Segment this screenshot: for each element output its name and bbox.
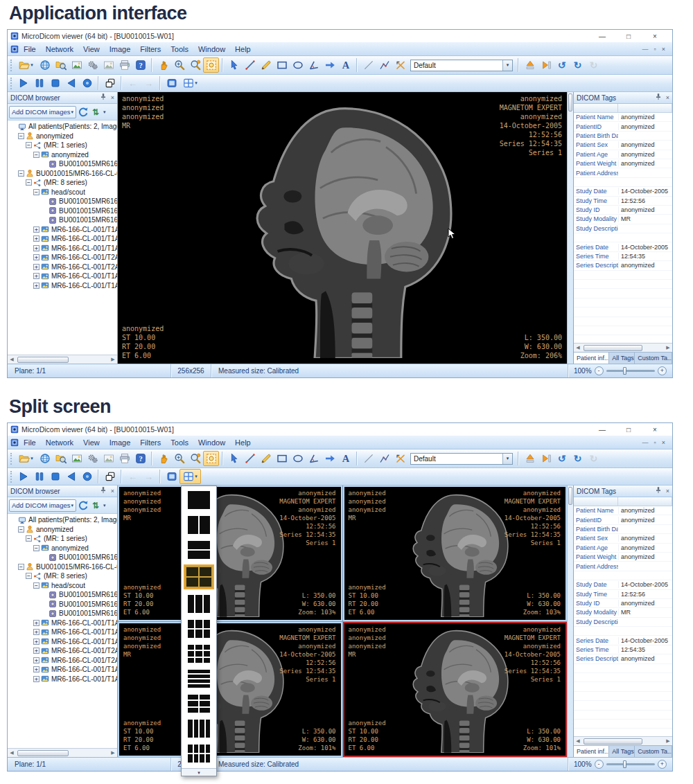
window-minimize-button[interactable]: — [597,426,607,434]
tree-item[interactable]: BU0010015MR6166-166- [8,197,117,206]
scrollbar-thumb[interactable] [584,738,642,745]
stop-button[interactable] [47,469,63,484]
browser-toolbar-overflow-icon[interactable]: ▾ [103,109,106,115]
menu-file[interactable]: File [19,44,41,55]
add-dicom-images-button[interactable]: Add DICOM images▾ [9,499,76,512]
roi-zoom-button[interactable] [203,451,219,466]
tree-expander-icon[interactable]: − [26,142,32,148]
print-button[interactable] [116,57,132,73]
zoom-tool-button[interactable] [171,57,187,73]
tree-item[interactable]: +MR6-166-CL-001/T1A-S [8,225,117,235]
menu-help[interactable]: Help [230,44,256,55]
tree-expander-icon[interactable]: + [33,254,40,260]
tab-custom-ta[interactable]: Custom Ta... [635,353,672,364]
open-folder-button[interactable]: ▾ [15,451,37,466]
tree-item[interactable]: BU0010015MR6166-166- [8,609,117,618]
flip-vertical-button[interactable] [522,57,538,73]
panel-close-icon[interactable]: × [111,488,114,495]
zoom-tool-button[interactable] [171,451,187,466]
tree-item[interactable]: +MR6-166-CL-001/T1A-S [8,618,117,628]
toolbar-grip[interactable] [10,78,12,89]
pointer-button[interactable] [226,451,242,466]
menu-image[interactable]: Image [105,44,136,55]
viewer-pane-4[interactable]: anonymizedanonymizedanonymizedMRanonymiz… [343,622,568,758]
tree-item[interactable]: −anonymized [8,132,117,141]
thin-line-button[interactable] [360,451,376,466]
tree-expander-icon[interactable]: + [33,235,40,242]
tree-expander-icon[interactable]: − [33,189,40,195]
tree-item[interactable]: +MR6-166-CL-001/T1A-A [8,627,117,637]
roi-zoom-button[interactable] [203,57,219,73]
menu-network[interactable]: Network [41,437,78,448]
menu-file[interactable]: File [19,437,41,448]
network-search-button[interactable] [37,451,53,466]
toolbar-grip[interactable] [10,60,12,71]
ellipse-tool-button[interactable] [290,451,306,466]
tree-item[interactable]: −(MR: 8 series) [8,178,117,188]
tree-item[interactable]: −BU0010015/MR6-166-CL-001/V0 [8,562,117,572]
magnifier-pin-button[interactable] [187,451,203,466]
open-folder-caret-icon[interactable]: ▾ [30,62,33,68]
tree-expander-icon[interactable]: + [33,620,40,626]
tree-expander-icon[interactable]: − [26,179,32,186]
mdi-restore-button[interactable]: ▫ [654,46,656,53]
menu-network[interactable]: Network [41,44,78,55]
print-button[interactable] [116,451,132,466]
tree-expander-icon[interactable]: + [33,666,40,672]
zoom-in-button[interactable]: + [658,366,667,375]
nav-back-button[interactable]: ← [125,469,141,484]
pan-hand-button[interactable] [155,451,171,466]
measure-line-button[interactable] [242,451,258,466]
annotation-preset-combobox[interactable]: Default▾ [410,453,513,465]
grid-option-1x2[interactable] [186,515,211,535]
nav-forward-button[interactable]: → [141,75,157,91]
window-minimize-button[interactable]: — [597,33,607,40]
stop-button[interactable] [47,75,63,91]
zoom-slider[interactable] [606,760,655,768]
tree-item[interactable]: +MR6-166-CL-001/T2A-A [8,646,117,656]
tree-item[interactable]: BU0010015MR6166-166- [8,553,117,562]
panel-close-icon[interactable]: × [666,488,669,495]
image-file-button[interactable] [100,451,116,466]
tree-item[interactable]: −(MR: 1 series) [8,534,117,544]
angle-tool-button[interactable] [306,57,322,73]
pause-button[interactable] [31,469,47,484]
window-maximize-button[interactable]: □ [624,426,633,434]
annotation-preset-combobox[interactable]: Default▾ [410,60,513,71]
help-button[interactable]: ? [132,57,148,73]
zoom-out-button[interactable]: - [595,366,604,375]
viewer-pane-2[interactable]: anonymizedanonymizedanonymizedMRanonymiz… [343,485,568,621]
scrollbar-thumb[interactable] [584,345,642,351]
tab-patient-inf[interactable]: Patient inf... [574,746,609,757]
scroll-right-icon[interactable]: ▶ [109,750,117,756]
network-search-button[interactable] [37,57,53,73]
viewport-scrollbar[interactable] [567,485,573,757]
tree-expander-icon[interactable]: + [33,639,40,645]
tree-expander-icon[interactable]: + [33,273,40,279]
search-folder-button[interactable] [53,57,69,73]
close-polygon-button[interactable] [392,57,408,73]
viewer-pane[interactable]: anonymizedanonymizedanonymizedMRanonymiz… [118,92,567,364]
scroll-left-icon[interactable]: ◀ [8,357,16,362]
menu-view[interactable]: View [78,44,105,55]
scroll-right-icon[interactable]: ▶ [664,345,672,350]
window-close-button[interactable]: × [650,33,660,40]
tree-expander-icon[interactable]: − [33,545,40,551]
refresh-button[interactable] [78,106,89,118]
panel-pin-icon[interactable] [654,486,663,496]
scrollbar-thumb[interactable] [17,357,69,363]
scroll-left-icon[interactable]: ◀ [574,345,582,350]
mdi-close-button[interactable]: × [662,46,665,53]
tree-expander-icon[interactable]: − [18,526,24,533]
mdi-close-button[interactable]: × [662,439,665,446]
grid-option-1x4[interactable] [186,718,211,739]
ellipse-tool-button[interactable] [290,57,306,73]
pointer-button[interactable] [226,57,242,73]
polyline-button[interactable] [376,451,392,466]
tree-expander-icon[interactable]: + [33,264,40,270]
tree-item[interactable]: +MR6-166-CL-001/T1A-A [8,271,117,281]
tree-item[interactable]: +MR6-166-CL-001/T1A-A [8,244,117,253]
angle-tool-button[interactable] [306,451,322,466]
panel-close-icon[interactable]: × [666,94,669,101]
combo-dropdown-icon[interactable]: ▾ [502,60,512,71]
